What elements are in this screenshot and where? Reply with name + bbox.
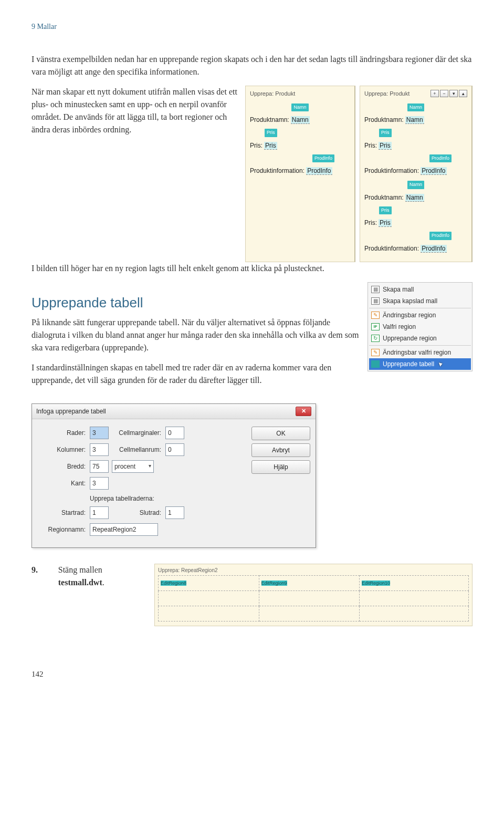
paragraph-4: På liknande sätt fungerar upprepande tab… — [32, 316, 361, 354]
menu-item-upprepande-tabell[interactable]: Upprepande tabell — [369, 358, 471, 370]
price-tag: Pris — [379, 206, 392, 215]
edit-icon: ✎ — [371, 312, 380, 319]
table-row — [159, 606, 469, 621]
cellmellanrum-label: Cellmellanrum: — [109, 445, 165, 454]
name-tag: Namn — [291, 103, 308, 112]
editregion-cell[interactable]: EditRegion10 — [362, 581, 390, 586]
repeat-header-label: Upprepa: Produkt — [250, 89, 295, 98]
dialog-title: Infoga upprepande tabell — [36, 407, 106, 416]
info-label: Produktinformation: — [250, 167, 304, 174]
table-icon — [371, 360, 380, 368]
name-tag: Namn — [407, 103, 424, 112]
price-value[interactable]: Pris — [264, 142, 277, 150]
help-button[interactable]: Hjälp — [251, 460, 310, 474]
remove-region-button[interactable]: − — [440, 90, 448, 97]
step-number: 9. — [32, 564, 48, 576]
name-label: Produktnamn: — [250, 116, 289, 123]
paragraph-5: I standardinställningen skapas en tabell… — [32, 361, 361, 387]
repeat-table: EditRegion8 EditRegion9 EditRegion10 — [158, 575, 469, 621]
region-panel-left: Upprepa: Produkt Namn Produktnamn: Namn … — [245, 86, 355, 262]
ok-button[interactable]: OK — [251, 427, 310, 440]
table-row — [159, 590, 469, 606]
doc-icon: ▦ — [371, 286, 380, 293]
slutrad-label: Slutrad: — [109, 508, 165, 517]
price-label: Pris: — [250, 142, 262, 149]
repeat-table-preview: Upprepa: RepeatRegion2 EditRegion8 EditR… — [154, 564, 472, 626]
name-value[interactable]: Namn — [291, 116, 310, 124]
menu-separator — [369, 345, 471, 346]
menu-item-andringsbar-valfri[interactable]: ✎Ändringsbar valfri region — [369, 347, 471, 358]
bredd-unit-dropdown[interactable]: procent — [112, 460, 154, 473]
menu-item-andringsbar-region[interactable]: ✎Ändringsbar region — [369, 309, 471, 321]
kolumner-input[interactable]: 3 — [90, 443, 109, 456]
startrad-label: Startrad: — [38, 508, 90, 517]
repeat-header-label-2: Upprepa: Produkt — [364, 89, 410, 98]
startrad-input[interactable]: 1 — [90, 506, 109, 519]
intro-paragraph: I vänstra exempelbilden nedan har en upp… — [32, 53, 472, 78]
cellmarginaler-label: Cellmarginaler: — [109, 428, 165, 438]
price-tag: Pris — [265, 129, 277, 137]
page-number: 142 — [32, 668, 472, 680]
bredd-input[interactable]: 75 — [90, 460, 109, 473]
menu-item-skapa-mall[interactable]: ▦Skapa mall — [369, 284, 471, 295]
paragraph-3: I bilden till höger har en ny region lag… — [32, 262, 472, 275]
name-tag: Namn — [407, 181, 424, 189]
kolumner-label: Kolumner: — [38, 445, 90, 454]
close-button[interactable]: ✕ — [296, 407, 311, 416]
info-tag: ProdInfo — [429, 154, 452, 163]
kant-label: Kant: — [38, 479, 90, 488]
repeat-icon: ↻ — [371, 335, 380, 342]
editregion-cell[interactable]: EditRegion9 — [261, 581, 287, 586]
section-title-upprepande: Upprepande tabell — [32, 293, 361, 313]
info-tag: ProdInfo — [429, 232, 452, 240]
move-up-button[interactable]: ▴ — [459, 90, 467, 97]
cellmarginaler-input[interactable]: 0 — [165, 427, 184, 439]
table-row: EditRegion8 EditRegion9 EditRegion10 — [159, 575, 469, 590]
regionnamn-label: Regionnamn: — [38, 525, 90, 534]
rader-input[interactable]: 3 — [90, 427, 109, 439]
rader-label: Rader: — [38, 428, 90, 438]
cancel-button[interactable]: Avbryt — [251, 443, 310, 457]
upprepa-subhead: Upprepa tabellraderna: — [90, 494, 251, 503]
paragraph-2: När man skapar ett nytt dokument utifrån… — [32, 86, 239, 136]
price-tag: Pris — [379, 129, 392, 137]
cellmellanrum-input[interactable]: 0 — [165, 443, 184, 456]
repeat-table-title: Upprepa: RepeatRegion2 — [158, 566, 469, 574]
menu-item-skapa-kapslad[interactable]: ▦Skapa kapslad mall — [369, 295, 471, 307]
insert-repeating-table-dialog: Infoga upprepande tabell ✕ Rader: 3 Cell… — [32, 403, 316, 548]
step-text: Stäng mallen testmall.dwt. — [58, 564, 144, 589]
kant-input[interactable]: 3 — [90, 477, 109, 490]
move-down-button[interactable]: ▾ — [449, 90, 458, 97]
add-region-button[interactable]: + — [430, 90, 439, 97]
regionnamn-input[interactable]: RepeatRegion2 — [90, 523, 158, 536]
doc-icon: ▦ — [371, 297, 380, 305]
bredd-label: Bredd: — [38, 462, 90, 471]
editregion-cell[interactable]: EditRegion8 — [161, 581, 186, 586]
dialog-titlebar: Infoga upprepande tabell ✕ — [32, 404, 316, 419]
slutrad-input[interactable]: 1 — [165, 506, 184, 519]
menu-item-upprepande-region[interactable]: ↻Upprepande region — [369, 333, 471, 344]
region-panel-right: Upprepa: Produkt + − ▾ ▴ Namn Produktnam… — [360, 86, 472, 262]
if-icon: IF — [371, 323, 380, 330]
menu-separator — [369, 308, 471, 308]
menu-item-valfri-region[interactable]: IFValfri region — [369, 321, 471, 333]
edit-icon: ✎ — [371, 349, 380, 356]
cursor-icon — [439, 361, 443, 367]
info-value[interactable]: ProdInfo — [306, 167, 332, 175]
info-tag: ProdInfo — [312, 154, 334, 163]
template-menu: ▦Skapa mall ▦Skapa kapslad mall ✎Ändring… — [368, 282, 472, 371]
page-header: 9 Mallar — [32, 21, 472, 32]
